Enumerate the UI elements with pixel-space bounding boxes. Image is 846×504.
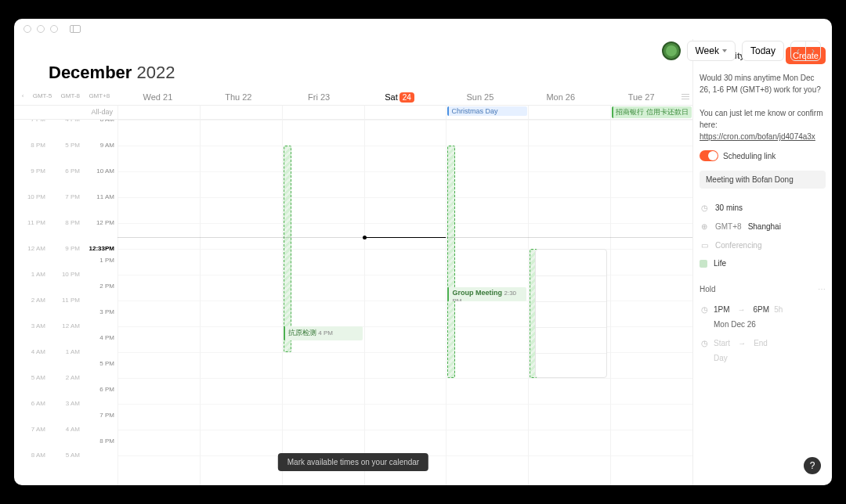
tz-header-3: GMT+8 bbox=[89, 92, 110, 102]
arrow-icon: → bbox=[738, 339, 746, 347]
time-label: 12:33PM bbox=[83, 245, 118, 257]
conferencing-value[interactable]: Conferencing bbox=[715, 241, 761, 250]
hold-start[interactable]: 1PM bbox=[714, 305, 730, 314]
time-label: 8 PM bbox=[14, 142, 49, 167]
day-column[interactable]: Group Meeting 2:30 PM bbox=[446, 120, 528, 485]
day-header-mon[interactable]: Mon 26 bbox=[520, 91, 601, 105]
calendar: December 2022 ‹ GMT-5 GMT-8 GMT+8 Wed 21… bbox=[14, 39, 692, 485]
time-label: 9 AM bbox=[83, 142, 118, 167]
hold-end[interactable]: 6PM bbox=[754, 305, 770, 314]
calendar-chip-icon bbox=[700, 260, 707, 268]
day-column[interactable]: 抗原检测 4 PM bbox=[282, 120, 364, 485]
event-group-meeting[interactable]: Group Meeting 2:30 PM bbox=[447, 287, 526, 301]
time-label: 5 PM bbox=[83, 360, 118, 386]
titlebar bbox=[14, 19, 832, 39]
event-bank[interactable]: 招商银行 信用卡还款日 bbox=[612, 106, 692, 118]
calendar-name[interactable]: Life bbox=[714, 259, 726, 268]
availability-block-fri[interactable] bbox=[284, 146, 291, 352]
day-header-fri[interactable]: Fri 23 bbox=[279, 91, 360, 105]
time-label: 5 AM bbox=[14, 374, 49, 400]
window-minimize-icon[interactable] bbox=[37, 25, 45, 33]
day-header-sat[interactable]: Sat24 bbox=[360, 91, 440, 105]
day-header-sun[interactable]: Sun 25 bbox=[439, 91, 520, 105]
now-line-extension bbox=[118, 237, 692, 238]
clock-icon: ◷ bbox=[700, 338, 709, 347]
today-button[interactable]: Today bbox=[742, 41, 784, 61]
clock-icon: ◷ bbox=[700, 203, 709, 212]
days-grid[interactable]: 抗原检测 4 PMGroup Meeting 2:30 PM bbox=[118, 120, 692, 485]
start-placeholder[interactable]: Start bbox=[714, 339, 730, 347]
menu-icon[interactable] bbox=[682, 91, 692, 105]
nav-arrows: ‹ › bbox=[790, 41, 821, 61]
allday-cell[interactable] bbox=[118, 106, 200, 119]
today-pill: 24 bbox=[400, 92, 414, 103]
event-christmas[interactable]: Christmas Day bbox=[447, 106, 527, 116]
time-label: 8 PM bbox=[83, 437, 118, 463]
time-label: 10 PM bbox=[14, 193, 49, 219]
duration-value[interactable]: 30 mins bbox=[715, 203, 743, 212]
time-label: 7 PM bbox=[49, 193, 83, 219]
help-button[interactable]: ? bbox=[804, 457, 821, 474]
availability-message: Would 30 mins anytime Mon Dec 26, 1-6 PM… bbox=[700, 72, 826, 142]
meeting-title-input[interactable]: Meeting with Bofan Dong bbox=[700, 171, 826, 189]
allday-cell[interactable] bbox=[364, 106, 446, 119]
window-close-icon[interactable] bbox=[24, 25, 31, 33]
time-gutters: 7 PM8 PM9 PM10 PM11 PM12 AM1 AM2 AM3 AM4… bbox=[14, 120, 118, 485]
allday-cell[interactable] bbox=[200, 106, 282, 119]
time-label: 7 PM bbox=[83, 412, 118, 437]
time-label: 12 PM bbox=[83, 219, 118, 245]
time-label: 1 AM bbox=[49, 348, 83, 374]
time-label: 7 PM bbox=[14, 120, 49, 142]
allday-cell[interactable] bbox=[528, 106, 610, 119]
hold-more-icon[interactable]: ⋯ bbox=[818, 285, 826, 293]
time-label: 5 PM bbox=[49, 142, 83, 167]
availability-block-sun[interactable] bbox=[447, 146, 455, 378]
end-placeholder[interactable]: End bbox=[754, 339, 768, 347]
month-label: December bbox=[49, 63, 132, 82]
year-label: 2022 bbox=[137, 63, 175, 82]
day-placeholder[interactable]: Day bbox=[700, 351, 826, 369]
day-column[interactable] bbox=[118, 120, 200, 485]
time-label: 3 AM bbox=[49, 400, 83, 426]
day-header-tue[interactable]: Tue 27 bbox=[601, 91, 682, 105]
scheduling-link-url[interactable]: https://cron.com/bofan/jd4074a3x bbox=[700, 132, 815, 141]
time-label: 1 AM bbox=[14, 271, 49, 297]
time-label: 11 PM bbox=[49, 297, 83, 322]
day-header-thu[interactable]: Thu 22 bbox=[198, 91, 279, 105]
window-zoom-icon[interactable] bbox=[50, 25, 58, 33]
time-label: 2 PM bbox=[83, 283, 118, 308]
toggle-label: Scheduling link bbox=[723, 152, 776, 160]
tooltip: Mark available times on your calendar bbox=[278, 453, 428, 471]
timezone-headers: ‹ GMT-5 GMT-8 GMT+8 bbox=[14, 91, 118, 105]
time-label: 3 PM bbox=[83, 308, 118, 334]
time-label: 10 PM bbox=[49, 271, 83, 297]
video-icon: ▭ bbox=[700, 240, 709, 250]
clock-icon: ◷ bbox=[700, 304, 709, 314]
day-column[interactable] bbox=[364, 120, 446, 485]
allday-cell[interactable] bbox=[282, 106, 364, 119]
sidebar-toggle-icon[interactable] bbox=[70, 25, 81, 33]
time-label: 4 AM bbox=[14, 348, 49, 374]
hold-date[interactable]: Mon Dec 26 bbox=[700, 317, 826, 335]
next-week-button[interactable]: › bbox=[806, 41, 820, 60]
prev-week-button[interactable]: ‹ bbox=[791, 41, 806, 60]
hold-slot-card[interactable] bbox=[535, 249, 607, 378]
day-column[interactable] bbox=[200, 120, 282, 485]
scheduling-link-toggle[interactable] bbox=[700, 150, 718, 161]
chevron-down-icon bbox=[722, 49, 727, 52]
day-column[interactable] bbox=[528, 120, 610, 485]
time-label: 8 AM bbox=[14, 452, 49, 477]
time-label: 6 AM bbox=[14, 400, 49, 426]
tz-city[interactable]: Shanghai bbox=[748, 222, 781, 231]
tz-chevron[interactable]: ‹ bbox=[22, 92, 24, 102]
month-title: December 2022 bbox=[14, 39, 692, 91]
allday-cell[interactable]: Christmas Day bbox=[446, 106, 528, 119]
time-label: 9 PM bbox=[49, 245, 83, 271]
day-column[interactable] bbox=[610, 120, 692, 485]
event-antigen-test[interactable]: 抗原检测 4 PM bbox=[284, 326, 363, 340]
time-label: 9 PM bbox=[14, 167, 49, 193]
day-header-wed[interactable]: Wed 21 bbox=[118, 91, 198, 105]
allday-cell[interactable]: 招商银行 信用卡还款日 bbox=[610, 106, 692, 119]
arrow-icon: → bbox=[738, 305, 746, 314]
view-selector[interactable]: Week bbox=[687, 41, 736, 61]
